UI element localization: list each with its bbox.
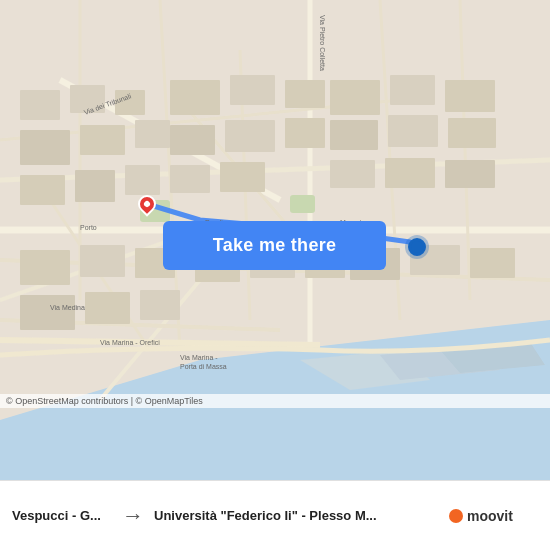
svg-rect-43 [330,120,378,150]
svg-rect-40 [330,80,380,115]
svg-rect-39 [220,162,265,192]
destination-label: Università "Federico Ii" - Plesso M... [154,508,448,523]
svg-text:Porto: Porto [80,224,97,231]
svg-rect-60 [470,248,515,278]
svg-rect-37 [285,118,325,148]
svg-rect-46 [330,160,375,188]
arrow-icon: → [122,503,144,529]
svg-rect-32 [170,80,220,115]
origin-label: Vespucci - G... [12,508,112,523]
svg-rect-33 [230,75,275,105]
svg-rect-27 [80,125,125,155]
svg-rect-23 [20,90,60,120]
svg-rect-49 [20,250,70,285]
svg-rect-36 [225,120,275,152]
destination-marker [408,238,426,256]
svg-rect-45 [448,118,496,148]
take-me-there-button[interactable]: Take me there [163,221,386,270]
svg-rect-38 [170,165,210,193]
svg-rect-35 [170,125,215,155]
svg-rect-34 [285,80,325,108]
map-attribution: © OpenStreetMap contributors | © OpenMap… [0,394,550,408]
svg-point-72 [449,509,463,523]
svg-rect-52 [20,295,75,330]
svg-rect-31 [125,165,160,195]
svg-rect-54 [140,290,180,320]
svg-text:moovit: moovit [467,508,513,524]
svg-rect-29 [20,175,65,205]
svg-text:Via Marina -: Via Marina - [180,354,218,361]
svg-rect-42 [445,80,495,112]
origin-info: Vespucci - G... [12,508,112,523]
svg-text:Via Medina: Via Medina [50,304,85,311]
svg-text:Via Marina - Orefici: Via Marina - Orefici [100,339,160,346]
moovit-logo: moovit [448,502,538,530]
svg-rect-41 [390,75,435,105]
svg-rect-47 [385,158,435,188]
svg-rect-28 [135,120,170,148]
svg-rect-53 [85,292,130,324]
svg-text:Via Pietro Colletta: Via Pietro Colletta [319,15,326,71]
svg-rect-44 [388,115,438,147]
destination-info: Università "Federico Ii" - Plesso M... [154,508,448,523]
map-container: Via dei Tribunali Via Pietro Colletta Pe… [0,0,550,480]
svg-rect-50 [80,245,125,277]
svg-text:Porta di Massa: Porta di Massa [180,363,227,370]
svg-rect-48 [445,160,495,188]
svg-rect-62 [290,195,315,213]
svg-rect-30 [75,170,115,202]
svg-rect-26 [20,130,70,165]
bottom-bar: Vespucci - G... → Università "Federico I… [0,480,550,550]
